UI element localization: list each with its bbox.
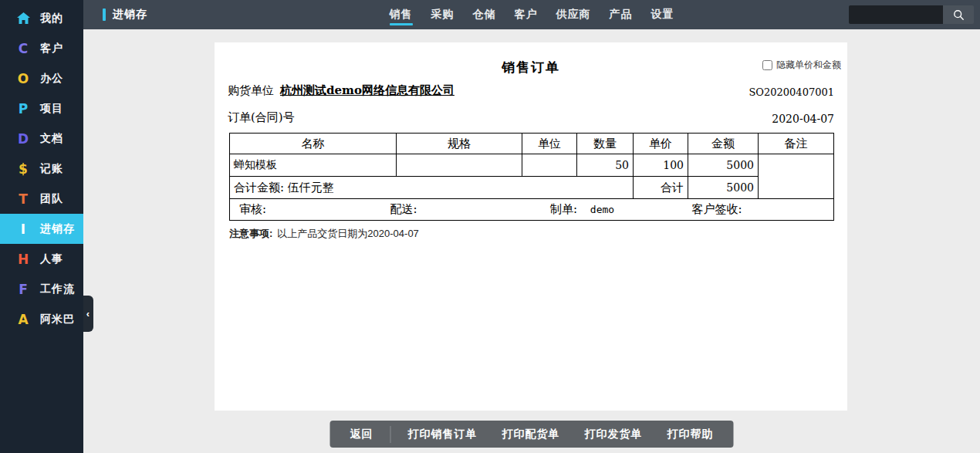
project-icon: P bbox=[15, 101, 31, 117]
sidebar-item-label: 工作流 bbox=[40, 282, 75, 296]
cell-unit bbox=[522, 154, 577, 177]
order-date: 2020-04-07 bbox=[772, 113, 834, 125]
buyer-info: 购货单位杭州测试demo网络信息有限公司 bbox=[228, 83, 455, 98]
total-amount: 5000 bbox=[688, 177, 759, 199]
sidebar-item-project[interactable]: P 项目 bbox=[0, 93, 83, 123]
sidebar-item-label: 进销存 bbox=[40, 222, 75, 236]
action-divider bbox=[390, 426, 391, 443]
sidebar-item-accounting[interactable]: $ 记账 bbox=[0, 154, 83, 184]
tab-purchase[interactable]: 采购 bbox=[431, 0, 455, 29]
top-nav: 销售 采购 仓储 客户 供应商 产品 设置 bbox=[83, 0, 980, 29]
col-header-name: 名称 bbox=[230, 134, 397, 154]
cell-price: 100 bbox=[634, 154, 688, 177]
search-icon bbox=[953, 9, 965, 21]
sidebar-item-doc[interactable]: D 文档 bbox=[0, 123, 83, 154]
sidebar-item-workflow[interactable]: F 工作流 bbox=[0, 274, 83, 304]
office-icon: O bbox=[15, 71, 31, 86]
accounting-icon: $ bbox=[15, 161, 31, 177]
print-delivery-button[interactable]: 打印发货单 bbox=[573, 421, 655, 448]
col-header-spec: 规格 bbox=[397, 134, 522, 154]
customer-icon: C bbox=[15, 41, 31, 56]
cell-remark bbox=[759, 154, 834, 199]
sidebar-item-customer[interactable]: C 客户 bbox=[0, 33, 83, 63]
app-title: 进销存 bbox=[103, 8, 147, 22]
table-total-row: 合计金额: 伍仟元整 合计 5000 bbox=[230, 177, 834, 199]
buyer-company-link[interactable]: 杭州测试demo网络信息有限公司 bbox=[280, 83, 455, 97]
tab-warehouse[interactable]: 仓储 bbox=[473, 0, 496, 29]
sidebar-item-label: 团队 bbox=[40, 192, 63, 206]
action-bar: 返回 打印销售订单 打印配货单 打印发货单 打印帮助 bbox=[330, 421, 734, 448]
app-window: 进销存 销售 采购 仓储 客户 供应商 产品 设置 我的 bbox=[0, 0, 980, 453]
hr-icon: H bbox=[15, 252, 31, 267]
col-header-qty: 数量 bbox=[577, 134, 634, 154]
sidebar-item-label: 阿米巴 bbox=[40, 313, 75, 326]
customer-sign-label: 客户签收: bbox=[683, 202, 834, 217]
sidebar-item-label: 办公 bbox=[40, 72, 63, 86]
note-text: 以上产品交货日期为2020-04-07 bbox=[277, 228, 419, 239]
sign-line: 审核: 配送: 制单: demo 客户签收: bbox=[230, 202, 833, 217]
tab-supplier[interactable]: 供应商 bbox=[556, 0, 591, 29]
sidebar-item-label: 项目 bbox=[40, 102, 63, 116]
app-title-text: 进销存 bbox=[113, 8, 147, 22]
total-in-words: 合计金额: 伍仟元整 bbox=[230, 177, 634, 199]
buyer-label: 购货单位 bbox=[228, 83, 274, 97]
cell-amount: 5000 bbox=[688, 154, 759, 177]
back-button[interactable]: 返回 bbox=[338, 421, 386, 448]
amoeba-icon: A bbox=[15, 312, 31, 327]
col-header-amount: 金额 bbox=[688, 134, 759, 154]
home-icon bbox=[15, 12, 31, 25]
search-input[interactable] bbox=[849, 5, 943, 24]
sidebar-item-inventory[interactable]: I 进销存 bbox=[0, 214, 83, 244]
col-header-unit: 单位 bbox=[522, 134, 577, 154]
buyer-row: 购货单位杭州测试demo网络信息有限公司 SO20200407001 bbox=[228, 83, 834, 98]
delivery-label: 配送: bbox=[381, 202, 532, 217]
search-button[interactable] bbox=[943, 5, 974, 24]
cell-product-name: 蝉知模板 bbox=[230, 154, 397, 177]
sidebar-item-label: 记账 bbox=[40, 162, 63, 176]
tab-customer[interactable]: 客户 bbox=[515, 0, 538, 29]
reviewer-label: 审核: bbox=[230, 202, 381, 217]
print-sales-order-button[interactable]: 打印销售订单 bbox=[396, 421, 490, 448]
accent-bar-icon bbox=[103, 8, 106, 21]
tab-settings[interactable]: 设置 bbox=[651, 0, 674, 29]
order-number: SO20200407001 bbox=[749, 86, 834, 98]
sidebar-item-office[interactable]: O 办公 bbox=[0, 63, 83, 93]
sidebar-item-hr[interactable]: H 人事 bbox=[0, 244, 83, 274]
maker-value: demo bbox=[581, 204, 614, 215]
sidebar-item-team[interactable]: T 团队 bbox=[0, 184, 83, 214]
order-items-table: 名称 规格 单位 数量 单价 金额 备注 蝉知模板 50 100 5000 bbox=[229, 133, 834, 221]
tab-product[interactable]: 产品 bbox=[610, 0, 633, 29]
main-area: 隐藏单价和金额 销售订单 购货单位杭州测试demo网络信息有限公司 SO2020… bbox=[83, 29, 980, 453]
sidebar-item-label: 客户 bbox=[40, 42, 63, 56]
contract-label: 订单(合同)号 bbox=[228, 110, 295, 125]
col-header-remark: 备注 bbox=[759, 134, 834, 154]
sidebar: 我的 C 客户 O 办公 P 项目 D 文档 $ 记账 T 团队 I 进销存 bbox=[0, 0, 83, 453]
chevron-left-icon: ‹ bbox=[86, 309, 90, 319]
sidebar-item-label: 文档 bbox=[40, 132, 63, 146]
search-box bbox=[849, 5, 974, 24]
table-sign-row: 审核: 配送: 制单: demo 客户签收: bbox=[230, 199, 834, 221]
sidebar-item-amoeba[interactable]: A 阿米巴 bbox=[0, 304, 83, 334]
sidebar-item-my[interactable]: 我的 bbox=[0, 3, 83, 33]
total-word: 合计 bbox=[634, 177, 688, 199]
sales-order-document: 隐藏单价和金额 销售订单 购货单位杭州测试demo网络信息有限公司 SO2020… bbox=[215, 42, 847, 411]
print-help-button[interactable]: 打印帮助 bbox=[655, 421, 726, 448]
cell-spec bbox=[397, 154, 522, 177]
document-title: 销售订单 bbox=[215, 59, 847, 76]
tab-sales[interactable]: 销售 bbox=[390, 0, 413, 29]
team-icon: T bbox=[15, 191, 31, 207]
cell-qty: 50 bbox=[577, 154, 634, 177]
maker-label: 制单: bbox=[541, 202, 577, 216]
note-label: 注意事项: bbox=[229, 228, 272, 239]
print-allocation-button[interactable]: 打印配货单 bbox=[490, 421, 573, 448]
contract-row: 订单(合同)号 2020-04-07 bbox=[228, 110, 834, 125]
maker-field: 制单: demo bbox=[532, 202, 683, 217]
sidebar-item-label: 我的 bbox=[40, 12, 63, 25]
workflow-icon: F bbox=[15, 282, 31, 297]
note-line: 注意事项:以上产品交货日期为2020-04-07 bbox=[229, 227, 419, 241]
doc-icon: D bbox=[15, 131, 31, 147]
top-bar: 进销存 销售 采购 仓储 客户 供应商 产品 设置 bbox=[83, 0, 980, 29]
table-row: 蝉知模板 50 100 5000 bbox=[230, 154, 834, 177]
sidebar-collapse-handle[interactable]: ‹ bbox=[83, 296, 93, 332]
table-header-row: 名称 规格 单位 数量 单价 金额 备注 bbox=[230, 134, 834, 154]
